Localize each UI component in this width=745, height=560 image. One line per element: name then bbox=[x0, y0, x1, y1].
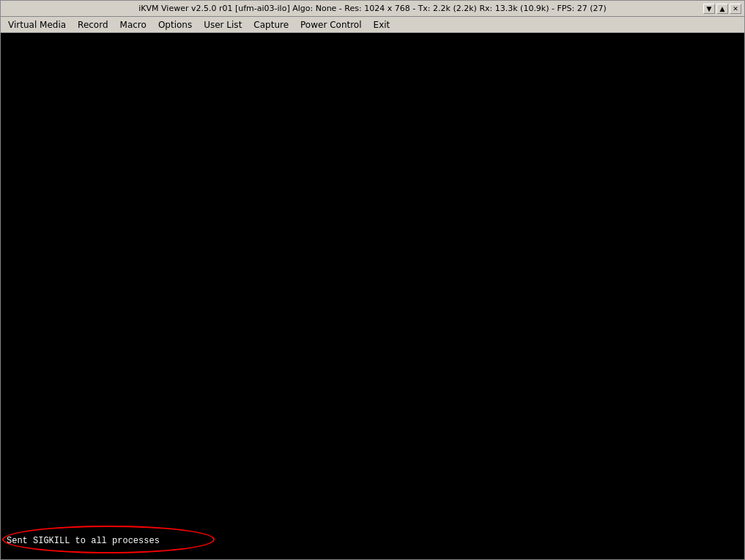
menu-item-power-control[interactable]: Power Control bbox=[294, 18, 367, 31]
menu-item-record[interactable]: Record bbox=[72, 18, 114, 31]
title-bar: iKVM Viewer v2.5.0 r01 [ufm-ai03-ilo] Al… bbox=[1, 1, 744, 17]
maximize-button[interactable]: ▲ bbox=[716, 4, 728, 14]
close-button[interactable]: ✕ bbox=[730, 4, 741, 14]
status-message: Sent SIGKILL to all processes bbox=[7, 536, 160, 546]
ikvm-window: iKVM Viewer v2.5.0 r01 [ufm-ai03-ilo] Al… bbox=[0, 0, 745, 560]
menu-item-exit[interactable]: Exit bbox=[368, 18, 396, 31]
viewer-area[interactable]: Sent SIGKILL to all processes bbox=[1, 33, 744, 559]
minimize-button[interactable]: ▼ bbox=[703, 4, 715, 14]
menu-item-capture[interactable]: Capture bbox=[248, 18, 294, 31]
menu-bar: Virtual MediaRecordMacroOptionsUser List… bbox=[1, 17, 744, 33]
title-text: iKVM Viewer v2.5.0 r01 [ufm-ai03-ilo] Al… bbox=[42, 4, 703, 13]
menu-item-macro[interactable]: Macro bbox=[114, 18, 152, 31]
title-controls: ▼ ▲ ✕ bbox=[703, 4, 741, 14]
menu-item-user-list[interactable]: User List bbox=[198, 18, 248, 31]
menu-item-options[interactable]: Options bbox=[152, 18, 198, 31]
menu-item-virtual-media[interactable]: Virtual Media bbox=[2, 18, 72, 31]
